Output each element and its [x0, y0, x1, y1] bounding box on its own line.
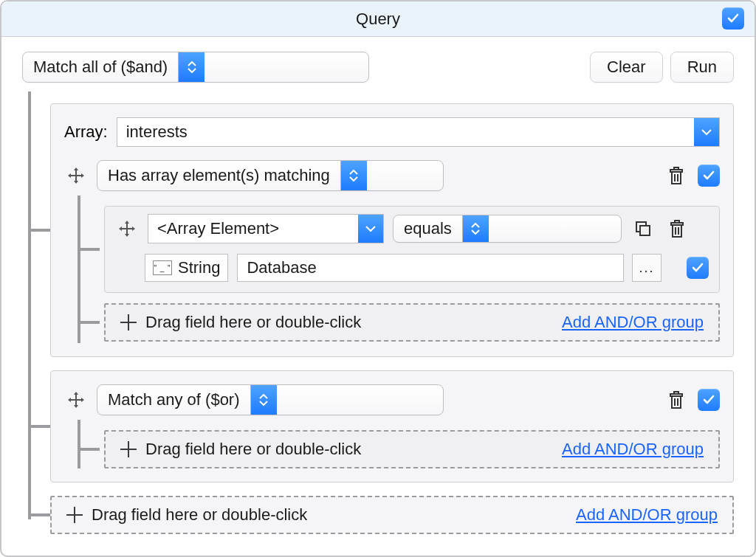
- drag-handle-icon[interactable]: [64, 166, 88, 185]
- delete-button[interactable]: [664, 216, 690, 241]
- operator-select[interactable]: equals: [393, 215, 622, 243]
- svg-rect-1: [71, 175, 81, 176]
- tree-tick: [79, 448, 100, 451]
- svg-rect-9: [71, 399, 81, 401]
- rule-enabled-checkbox[interactable]: [687, 257, 709, 279]
- chevrons-icon: [250, 385, 277, 415]
- string-type-icon: " _ ": [153, 260, 172, 275]
- value-type-select[interactable]: " _ " String: [145, 254, 228, 282]
- match-mode-row: Match any of ($or): [64, 384, 720, 415]
- tree-row-3: Drag field here or double-click Add AND/…: [30, 496, 734, 534]
- clear-button[interactable]: Clear: [590, 52, 663, 83]
- rule-enabled-checkbox[interactable]: [698, 389, 720, 411]
- delete-button[interactable]: [664, 387, 689, 412]
- drop-zone-text: Drag field here or double-click: [145, 313, 361, 332]
- add-group-link[interactable]: Add AND/OR group: [562, 440, 704, 459]
- svg-rect-4: [122, 228, 132, 229]
- chevron-down-icon: [694, 118, 719, 146]
- tree-row-2: Match any of ($or): [30, 370, 734, 482]
- titlebar: Query: [1, 1, 755, 37]
- inner-row-dropzone: Drag field here or double-click Add AND/…: [79, 430, 720, 468]
- drop-zone-text: Drag field here or double-click: [92, 505, 307, 525]
- inner-row-element: <Array Element> equals: [79, 206, 720, 293]
- tree-tick: [79, 321, 100, 324]
- svg-rect-10: [670, 394, 682, 396]
- array-match-mode-label: Has array element(s) matching: [97, 166, 340, 185]
- run-button[interactable]: Run: [670, 52, 734, 83]
- toolbar: Match all of ($and) Clear Run: [1, 37, 755, 91]
- array-match-mode-select[interactable]: Has array element(s) matching: [97, 160, 444, 191]
- drop-zone[interactable]: Drag field here or double-click Add AND/…: [104, 303, 720, 342]
- window-title: Query: [356, 10, 400, 29]
- drag-handle-icon[interactable]: [64, 390, 88, 409]
- plus-icon: [120, 441, 137, 457]
- chevrons-icon: [462, 215, 489, 242]
- plus-icon: [120, 314, 137, 331]
- svg-rect-2: [670, 170, 682, 172]
- titlebar-checkbox[interactable]: [722, 7, 744, 30]
- inner-row-dropzone: Drag field here or double-click Add AND/…: [79, 303, 720, 342]
- rule-enabled-checkbox[interactable]: [698, 165, 720, 187]
- chevrons-icon: [178, 52, 205, 82]
- svg-rect-7: [671, 223, 683, 225]
- array-field-input[interactable]: interests: [117, 117, 720, 147]
- array-field-value: interests: [117, 122, 694, 142]
- array-label: Array:: [64, 122, 108, 142]
- operator-label: equals: [394, 219, 462, 238]
- array-group-card: Array: interests: [50, 103, 734, 357]
- chevrons-icon: [340, 161, 367, 190]
- add-group-link[interactable]: Add AND/OR group: [576, 505, 718, 525]
- or-match-mode-label: Match any of ($or): [97, 390, 250, 409]
- svg-rect-6: [640, 226, 650, 235]
- element-condition-card: <Array Element> equals: [104, 206, 720, 293]
- root-match-mode-select[interactable]: Match all of ($and): [22, 52, 369, 83]
- query-body: Array: interests: [1, 91, 755, 555]
- value-text: Database: [247, 258, 316, 277]
- tree-row-1: Array: interests: [30, 103, 734, 357]
- copy-button[interactable]: [630, 216, 656, 241]
- query-tree: Array: interests: [22, 91, 734, 534]
- value-input[interactable]: Database: [237, 254, 624, 282]
- root-drop-container: Drag field here or double-click Add AND/…: [50, 496, 734, 534]
- drop-zone-text: Drag field here or double-click: [145, 440, 361, 459]
- plus-icon: [66, 507, 83, 523]
- drag-handle-icon[interactable]: [115, 219, 139, 238]
- tree-tick: [79, 248, 100, 251]
- root-match-mode-label: Match all of ($and): [23, 58, 178, 77]
- value-type-label: String: [178, 258, 220, 277]
- tree-tick: [30, 513, 50, 516]
- tree-tick: [30, 425, 50, 428]
- delete-button[interactable]: [664, 163, 689, 188]
- tree-tick: [30, 229, 50, 232]
- match-mode-row: Has array element(s) matching: [64, 160, 720, 191]
- field-select[interactable]: <Array Element>: [148, 214, 384, 243]
- chevron-down-icon: [358, 215, 383, 243]
- or-group-card: Match any of ($or): [50, 370, 734, 482]
- array-field-row: Array: interests: [64, 117, 720, 147]
- drop-zone[interactable]: Drag field here or double-click Add AND/…: [104, 430, 720, 468]
- field-select-value: <Array Element>: [148, 219, 358, 238]
- value-more-button[interactable]: ...: [632, 254, 662, 282]
- drop-zone[interactable]: Drag field here or double-click Add AND/…: [50, 496, 734, 534]
- add-group-link[interactable]: Add AND/OR group: [562, 313, 704, 332]
- or-match-mode-select[interactable]: Match any of ($or): [97, 384, 444, 415]
